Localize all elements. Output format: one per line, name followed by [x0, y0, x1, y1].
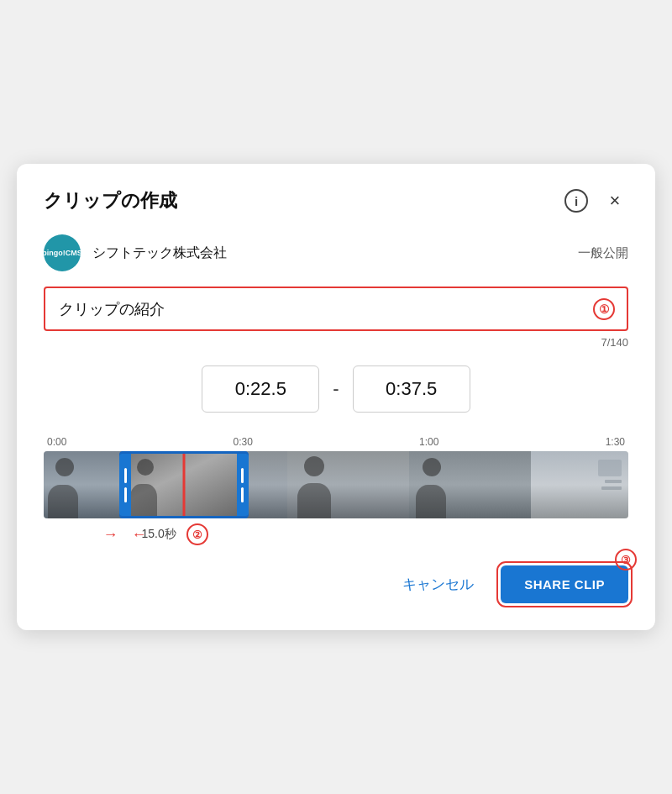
timeline-section: 0:00 0:30 1:00 1:30 [44, 436, 628, 545]
clip-handle-left[interactable] [119, 454, 131, 516]
timeline-label-0: 0:00 [47, 436, 66, 448]
handle-bar-2 [124, 487, 127, 502]
create-clip-dialog: クリップの作成 i × bingo!CMS シフトテック株式会社 一般公開 ① … [17, 164, 655, 630]
annotation-3: ③ [615, 549, 637, 571]
timeline-label-1: 0:30 [234, 436, 253, 448]
dialog-title: クリップの作成 [44, 188, 177, 213]
visibility-label: 一般公開 [578, 245, 628, 261]
handle-bar-3 [241, 468, 244, 483]
clip-selection[interactable] [119, 451, 248, 518]
time-range-row: 0:22.5 - 0:37.5 [44, 365, 628, 413]
handle-bar-4 [241, 487, 244, 502]
channel-name: シフトテック株式会社 [92, 245, 578, 262]
duration-text: 15.0秒 [141, 527, 176, 542]
duration-row: ← → 15.0秒 ② [44, 523, 628, 545]
timeline-label-3: 1:30 [606, 436, 625, 448]
timeline-track[interactable] [44, 451, 628, 518]
frame-2 [287, 451, 409, 518]
timeline-label-2: 1:00 [419, 436, 438, 448]
close-button[interactable]: × [601, 187, 628, 214]
handle-bar-1 [124, 468, 127, 483]
channel-row: bingo!CMS シフトテック株式会社 一般公開 [44, 234, 628, 271]
arrow-right-icon: → [102, 526, 118, 544]
annotation-2: ② [186, 523, 208, 545]
footer-row: ③ キャンセル SHARE CLIP [44, 565, 628, 603]
annotation-1: ① [593, 298, 615, 320]
frame-3 [409, 451, 531, 518]
start-time-box[interactable]: 0:22.5 [202, 365, 319, 413]
frame-4 [531, 451, 628, 518]
end-time-box[interactable]: 0:37.5 [353, 365, 470, 413]
timeline-labels: 0:00 0:30 1:00 1:30 [44, 436, 628, 448]
time-separator: - [333, 378, 339, 400]
clip-title-input[interactable] [59, 300, 613, 318]
header-icons: i × [564, 187, 628, 214]
dialog-header: クリップの作成 i × [44, 187, 628, 214]
char-count: 7/140 [44, 336, 628, 349]
share-clip-button[interactable]: SHARE CLIP [501, 565, 628, 603]
info-icon[interactable]: i [564, 189, 588, 213]
cancel-button[interactable]: キャンセル [402, 566, 474, 602]
title-input-wrapper: ① [44, 287, 628, 331]
channel-avatar: bingo!CMS [44, 234, 81, 271]
playhead [183, 454, 186, 516]
clip-handle-right[interactable] [237, 454, 249, 516]
